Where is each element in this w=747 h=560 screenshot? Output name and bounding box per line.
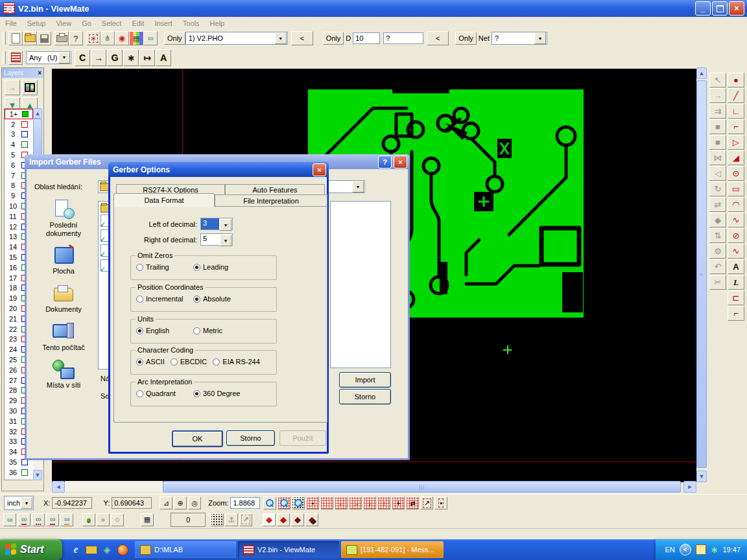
draw-arc-icon[interactable]: ◠ (728, 197, 744, 212)
dcode-star-icon[interactable]: ∗ (123, 49, 139, 66)
context-help-button[interactable]: ? (69, 31, 83, 45)
vector-move-icon[interactable]: ↗ (239, 513, 252, 526)
task-explorer-mlab[interactable]: D:\MLAB (135, 541, 236, 558)
green-app-icon[interactable]: ◈ (101, 544, 113, 555)
tab-file-interpretation[interactable]: File Interpretation (215, 194, 327, 207)
place-network[interactable]: Místa v síti (33, 360, 94, 390)
view-lines-icon[interactable]: ∞ (18, 513, 30, 526)
gerber-cancel-button[interactable]: Storno (226, 430, 275, 446)
pan-left-icon[interactable]: ← (335, 496, 348, 509)
aperture-list-icon[interactable]: ∗ (86, 31, 101, 45)
filled-square-alt-icon[interactable]: ■ (709, 135, 726, 150)
filled-square-icon[interactable]: ■ (709, 119, 726, 134)
layer-row[interactable]: 36 (5, 467, 33, 478)
menu-item[interactable]: Go (77, 18, 97, 29)
previous-layer-button[interactable]: < (291, 31, 313, 45)
scroll-up-icon[interactable]: ▲ (33, 108, 42, 119)
dcode-map-icon[interactable]: ↦ (139, 49, 155, 66)
minimize-button[interactable]: _ (695, 1, 711, 16)
radio-option[interactable]: Metric (193, 327, 250, 334)
scroll-up-icon[interactable]: ▲ (696, 67, 707, 79)
scroll-down-icon[interactable]: ▼ (33, 470, 42, 480)
apply-button[interactable]: Použít (279, 430, 326, 446)
import-cancel-button[interactable]: Storno (339, 389, 391, 404)
zoom-in-icon[interactable] (263, 496, 276, 509)
menu-item[interactable]: Select (97, 18, 127, 29)
chevron-down-icon[interactable]: ▼ (58, 52, 70, 64)
window-split-icon[interactable]: ▦ (141, 513, 154, 526)
radio-option[interactable]: Incremental (136, 295, 193, 303)
pad-flash-light-icon[interactable]: ◆ (263, 513, 276, 526)
radio-icon[interactable] (136, 264, 143, 271)
dcode-arrow-icon[interactable]: → (91, 49, 106, 66)
grid-add-icon[interactable]: + (392, 496, 405, 509)
layer-row[interactable]: 4 (5, 139, 33, 150)
layer-row[interactable]: 3 (5, 130, 33, 140)
layer-film-button[interactable] (22, 80, 38, 95)
flash-pad-icon[interactable]: ● (728, 73, 744, 88)
x-coordinate-field[interactable] (52, 497, 92, 509)
place-my-computer[interactable]: Tento počítač (33, 322, 94, 352)
radio-option[interactable]: 360 Degree (193, 390, 250, 397)
canvas-vscrollbar[interactable]: ▲ ≡ ▼ (696, 67, 707, 481)
view-sketch-icon[interactable]: ∞ (60, 513, 73, 526)
settings-gear-icon[interactable]: ⚙ (709, 244, 726, 259)
chevron-down-icon[interactable]: ▼ (534, 32, 546, 44)
zoom-grid-icon[interactable] (278, 496, 290, 509)
film-colors-icon[interactable]: ▤ (129, 31, 143, 45)
toolbar-grip[interactable] (3, 51, 6, 64)
dimension-icon[interactable]: ⊏ (728, 290, 744, 305)
menu-item[interactable]: File (0, 18, 22, 29)
view-pads-icon[interactable]: ∞ (32, 513, 45, 526)
layer-color-swatch[interactable] (22, 111, 29, 117)
layer-color-swatch[interactable] (21, 131, 28, 137)
measure-icon[interactable]: ∞ (143, 31, 158, 45)
folder-shortcut-icon[interactable] (86, 544, 97, 555)
draw-rect-icon[interactable]: ▭ (728, 181, 744, 196)
flip-triangle-icon[interactable]: ◁ (709, 166, 726, 181)
dock-layers-button[interactable]: → (5, 80, 20, 95)
scroll-right-icon[interactable]: ► (683, 481, 696, 493)
draw-ellipse-icon[interactable]: ⊘ (728, 228, 744, 243)
snip-icon[interactable]: ✂ (709, 275, 726, 290)
radio-icon[interactable] (193, 296, 200, 303)
only-layer-button[interactable]: Only (164, 32, 185, 45)
spacing-icon[interactable]: ⇅ (709, 228, 726, 243)
print-button[interactable] (54, 31, 69, 45)
tab-auto-features[interactable]: Auto Features (225, 184, 325, 195)
only-dcode-button[interactable]: Only (323, 32, 344, 45)
select-area-icon[interactable]: ↗ (420, 496, 433, 509)
snap-grid-icon[interactable] (211, 513, 224, 526)
layer-color-swatch[interactable] (21, 121, 28, 128)
radio-option[interactable]: Trailing (136, 263, 193, 271)
only-net-button[interactable]: Only (455, 32, 477, 45)
film-frame-icon[interactable]: ▪ (306, 496, 319, 509)
radio-icon[interactable] (171, 358, 178, 366)
menu-item[interactable]: View (51, 18, 77, 29)
ok-button[interactable]: OK (172, 430, 223, 447)
dialog-close-button[interactable]: × (313, 163, 326, 176)
radio-icon[interactable] (136, 327, 143, 334)
undo-icon[interactable]: ↶ (709, 259, 726, 274)
draw-corner-icon[interactable]: ⌐ (728, 119, 744, 134)
chevron-down-icon[interactable]: ▼ (275, 32, 287, 44)
select-dot-icon[interactable]: ▪ (434, 496, 447, 509)
right-of-decimal-combo[interactable]: 5 ▼ (200, 233, 233, 246)
save-button[interactable] (37, 31, 51, 45)
target-rings-icon[interactable]: ◎ (188, 496, 201, 509)
canvas-hscrollbar[interactable]: ◄ ||| ► (52, 481, 696, 493)
toolbar-grip[interactable] (3, 32, 6, 45)
tools-icon[interactable]: ⋔ (101, 31, 115, 45)
layer-select-combo[interactable]: 1) V2.PHO ▼ (185, 32, 288, 45)
menu-item[interactable]: Insert (149, 18, 178, 29)
dialog-close-button[interactable]: × (394, 156, 407, 169)
radio-option[interactable]: EBCDIC (171, 358, 208, 366)
pan-up-icon[interactable]: ↑ (377, 496, 390, 509)
radio-icon[interactable] (213, 358, 220, 366)
radio-icon[interactable] (136, 358, 143, 366)
radio-icon[interactable] (193, 327, 200, 334)
chevron-down-icon[interactable]: ▼ (220, 219, 231, 231)
hide-icons-chevron[interactable]: < (680, 544, 691, 555)
draw-spline-icon[interactable]: ∿ (728, 244, 744, 259)
label-icon[interactable]: L (728, 275, 744, 290)
